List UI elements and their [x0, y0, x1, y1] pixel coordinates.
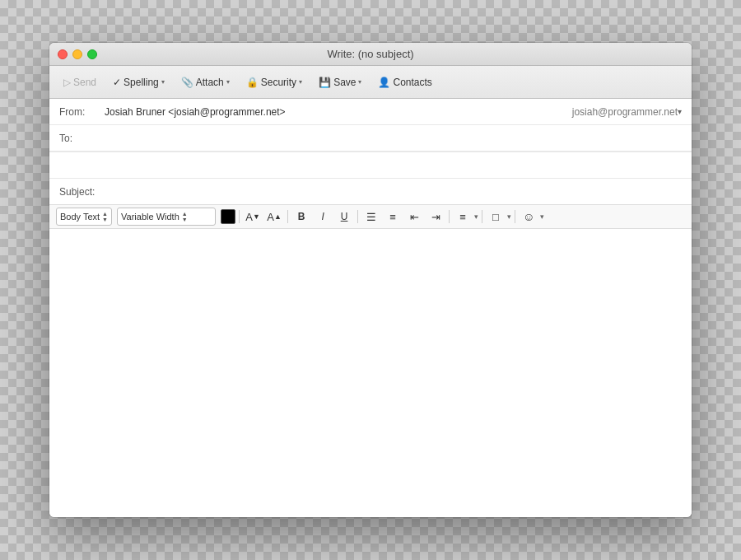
traffic-lights	[58, 49, 97, 59]
alignment-button[interactable]: ≡	[453, 208, 473, 226]
send-label: Send	[73, 77, 96, 88]
send-icon: ▷	[63, 77, 71, 88]
window-title: Write: (no subject)	[327, 48, 413, 60]
style-arrows: ▲ ▼	[102, 211, 108, 222]
close-button[interactable]	[58, 49, 68, 59]
sep-6	[515, 210, 515, 223]
style-selector[interactable]: Body Text ▲ ▼	[56, 208, 112, 226]
save-label: Save	[333, 77, 356, 88]
compose-textarea[interactable]	[59, 236, 682, 507]
font-label: Variable Width	[121, 212, 179, 222]
sep-3	[357, 210, 358, 223]
subject-label: Subject:	[59, 186, 105, 198]
sep-2	[287, 210, 288, 223]
insert-button[interactable]: □	[486, 208, 506, 226]
sep-5	[482, 210, 482, 223]
security-icon: 🔒	[246, 77, 259, 88]
save-button[interactable]: 💾 Save ▾	[311, 71, 369, 94]
from-alt: josiah@programmer.net	[572, 106, 678, 118]
from-field: From: Josiah Bruner <josiah@programmer.n…	[49, 99, 692, 125]
security-button[interactable]: 🔒 Security ▾	[239, 71, 310, 94]
to-field-row: To:	[49, 125, 692, 152]
to-label: To:	[59, 133, 105, 144]
insert-chevron[interactable]: ▾	[507, 212, 511, 221]
to-input[interactable]	[105, 133, 682, 144]
email-compose-window: Write: (no subject) ▷ Send ✓ Spelling ▾ …	[49, 43, 692, 517]
font-size-increase-button[interactable]: A▲	[264, 208, 284, 226]
spelling-label: Spelling	[124, 77, 159, 88]
spelling-button[interactable]: ✓ Spelling ▾	[105, 71, 172, 94]
email-form: From: Josiah Bruner <josiah@programmer.n…	[49, 99, 692, 205]
alignment-chevron[interactable]: ▾	[474, 212, 478, 221]
font-selector[interactable]: Variable Width ▲ ▼	[117, 208, 216, 226]
format-toolbar: Body Text ▲ ▼ Variable Width ▲ ▼ A▼ A▲ B…	[49, 205, 692, 229]
sep-4	[449, 210, 450, 223]
bold-button[interactable]: B	[291, 208, 311, 226]
contacts-icon: 👤	[378, 77, 390, 88]
attach-chevron: ▾	[226, 78, 230, 86]
style-label: Body Text	[60, 212, 100, 222]
spelling-icon: ✓	[113, 77, 121, 88]
spelling-chevron: ▾	[161, 78, 165, 86]
subject-field-row: Subject:	[49, 178, 692, 204]
send-button[interactable]: ▷ Send	[56, 71, 104, 94]
attach-label: Attach	[196, 77, 224, 88]
attach-icon: 📎	[181, 77, 193, 88]
contacts-label: Contacts	[393, 77, 431, 88]
from-dropdown-arrow[interactable]: ▾	[678, 107, 682, 116]
contacts-button[interactable]: 👤 Contacts	[370, 71, 439, 94]
unordered-list-button[interactable]: ☰	[361, 208, 381, 226]
ordered-list-button[interactable]: ≡	[383, 208, 403, 226]
toolbar: ▷ Send ✓ Spelling ▾ 📎 Attach ▾ 🔒 Securit…	[49, 66, 692, 99]
cc-bcc-area	[49, 152, 692, 178]
maximize-button[interactable]	[87, 49, 97, 59]
titlebar: Write: (no subject)	[49, 43, 692, 66]
indent-increase-button[interactable]: ⇥	[426, 208, 445, 226]
security-chevron: ▾	[299, 78, 302, 86]
font-arrows: ▲ ▼	[182, 211, 188, 222]
sep-1	[239, 210, 240, 223]
color-swatch[interactable]	[221, 209, 235, 224]
subject-input[interactable]	[105, 186, 682, 198]
security-label: Security	[261, 77, 296, 88]
from-value: Josiah Bruner <josiah@programmer.net>	[105, 106, 566, 118]
italic-button[interactable]: I	[313, 208, 333, 226]
emoji-button[interactable]: ☺	[519, 208, 538, 226]
font-size-decrease-button[interactable]: A▼	[243, 208, 263, 226]
emoji-chevron[interactable]: ▾	[540, 212, 544, 221]
attach-button[interactable]: 📎 Attach ▾	[174, 71, 237, 94]
underline-button[interactable]: U	[334, 208, 354, 226]
compose-area	[49, 229, 692, 517]
minimize-button[interactable]	[72, 49, 82, 59]
save-chevron: ▾	[358, 78, 361, 86]
from-label: From:	[59, 106, 105, 118]
save-icon: 💾	[319, 77, 331, 88]
indent-decrease-button[interactable]: ⇤	[404, 208, 424, 226]
